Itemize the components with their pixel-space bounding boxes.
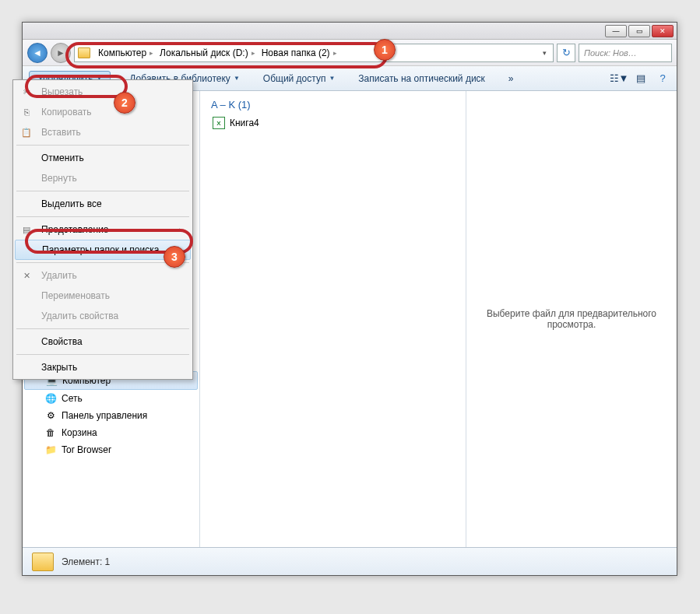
chevron-right-icon: ▸ bbox=[149, 49, 153, 57]
menu-label: Закрыть bbox=[41, 362, 77, 373]
menu-cut: ✂Вырезать bbox=[13, 82, 192, 102]
menu-select-all[interactable]: Выделить все bbox=[13, 194, 192, 214]
preview-pane: Выберите файл для предварительного просм… bbox=[466, 91, 677, 547]
chevron-down-icon: ▼ bbox=[329, 75, 335, 82]
minimize-button[interactable]: — bbox=[605, 25, 627, 37]
crumb-disk-d[interactable]: Локальный диск (D:)▸ bbox=[157, 47, 259, 58]
sidebar-item-label: Tor Browser bbox=[62, 444, 111, 455]
menu-undo[interactable]: Отменить bbox=[13, 148, 192, 168]
share-button[interactable]: Общий доступ ▼ bbox=[259, 71, 340, 86]
menu-label: Вырезать bbox=[41, 86, 83, 97]
toolbar-overflow-button[interactable]: » bbox=[504, 71, 519, 86]
blank-icon bbox=[20, 244, 34, 256]
menu-separator bbox=[16, 191, 189, 191]
badge-2: 2 bbox=[114, 92, 135, 114]
burn-disc-button[interactable]: Записать на оптический диск bbox=[354, 71, 490, 86]
folder-icon bbox=[32, 553, 54, 571]
menu-redo: Вернуть bbox=[13, 168, 192, 188]
menu-close[interactable]: Закрыть bbox=[13, 357, 192, 377]
excel-icon: X bbox=[213, 117, 225, 129]
menu-separator bbox=[16, 216, 189, 217]
sidebar-item-label: Сеть bbox=[62, 393, 83, 404]
menu-label: Копировать bbox=[41, 107, 92, 118]
badge-3: 3 bbox=[164, 246, 185, 268]
folder-icon: 📁 bbox=[44, 444, 57, 456]
blank-icon bbox=[19, 310, 33, 322]
crumb-label: Локальный диск (D:) bbox=[160, 47, 248, 58]
chevron-right-icon: ▸ bbox=[179, 226, 183, 233]
menu-label: Свойства bbox=[41, 336, 83, 347]
menu-label: Отменить bbox=[41, 153, 84, 163]
sidebar-item-control-panel[interactable]: ⚙Панель управления bbox=[23, 407, 199, 424]
menu-separator bbox=[16, 262, 189, 263]
file-list-pane[interactable]: A – K (1) X Книга4 bbox=[200, 91, 466, 547]
status-text: Элемент: 1 bbox=[62, 556, 110, 567]
blank-icon bbox=[19, 361, 33, 374]
layout-icon: ▤ bbox=[19, 223, 33, 236]
nav-row: ◄ ► Компьютер▸ Локальный диск (D:)▸ Нова… bbox=[23, 40, 677, 66]
chevron-right-icon: ▸ bbox=[333, 49, 337, 57]
menu-delete: ✕Удалить bbox=[13, 265, 192, 286]
menu-paste: 📋Вставить bbox=[13, 122, 192, 142]
back-button[interactable]: ◄ bbox=[27, 43, 47, 63]
menu-copy: ⎘Копировать bbox=[13, 102, 192, 122]
menu-label: Переименовать bbox=[41, 290, 110, 301]
blank-icon bbox=[19, 172, 33, 184]
address-bar[interactable]: Компьютер▸ Локальный диск (D:)▸ Новая па… bbox=[74, 44, 554, 62]
menu-label: Параметры папок и поиска bbox=[42, 244, 159, 255]
preview-pane-button[interactable]: ▤ bbox=[633, 72, 649, 86]
menu-label: Удалить свойства bbox=[41, 311, 118, 321]
menu-separator bbox=[16, 328, 189, 329]
crumb-new-folder[interactable]: Новая папка (2)▸ bbox=[259, 47, 340, 58]
forward-button[interactable]: ► bbox=[51, 43, 71, 63]
preview-message: Выберите файл для предварительного просм… bbox=[476, 308, 667, 330]
crumb-label: Компьютер bbox=[98, 47, 146, 58]
menu-layout[interactable]: ▤Представление▸ bbox=[13, 219, 192, 240]
close-button[interactable]: ✕ bbox=[652, 25, 674, 37]
menu-label: Вставить bbox=[41, 127, 81, 138]
crumb-computer[interactable]: Компьютер▸ bbox=[95, 47, 157, 58]
group-header[interactable]: A – K (1) bbox=[211, 99, 455, 111]
blank-icon bbox=[19, 152, 33, 164]
badge-1: 1 bbox=[374, 39, 396, 61]
sidebar-item-network[interactable]: 🌐Сеть bbox=[23, 390, 199, 407]
chevron-right-icon: ▸ bbox=[252, 49, 255, 57]
recycle-bin-icon: 🗑 bbox=[44, 426, 57, 439]
menu-label: Вернуть bbox=[41, 173, 77, 184]
sidebar-item-label: Корзина bbox=[62, 427, 97, 438]
file-name: Книга4 bbox=[230, 118, 259, 128]
refresh-button[interactable]: ↻ bbox=[557, 44, 575, 62]
help-button[interactable]: ? bbox=[655, 72, 670, 86]
sidebar-item-recycle-bin[interactable]: 🗑Корзина bbox=[23, 424, 199, 441]
chevron-down-icon: ▼ bbox=[619, 72, 629, 84]
folder-icon bbox=[78, 47, 90, 58]
delete-icon: ✕ bbox=[19, 269, 33, 282]
organize-menu: ✂Вырезать ⎘Копировать 📋Вставить Отменить… bbox=[12, 79, 193, 380]
chevron-down-icon: ▼ bbox=[234, 75, 240, 82]
status-bar: Элемент: 1 bbox=[23, 547, 677, 575]
menu-label: Представление bbox=[41, 224, 109, 235]
menu-label: Выделить все bbox=[41, 198, 102, 209]
blank-icon bbox=[19, 198, 33, 210]
address-dropdown-icon[interactable]: ▾ bbox=[540, 49, 550, 57]
crumb-label: Новая папка (2) bbox=[262, 47, 330, 58]
blank-icon bbox=[19, 289, 33, 302]
menu-remove-properties: Удалить свойства bbox=[13, 306, 192, 326]
sidebar-item-label: Панель управления bbox=[62, 410, 147, 421]
menu-separator bbox=[16, 354, 189, 355]
cut-icon: ✂ bbox=[19, 86, 33, 98]
sidebar-item-tor-browser[interactable]: 📁Tor Browser bbox=[23, 441, 199, 458]
toolbar-right: ☷▼ ▤ ? bbox=[611, 72, 670, 86]
paste-icon: 📋 bbox=[19, 126, 33, 139]
titlebar: — ▭ ✕ bbox=[23, 23, 677, 40]
network-icon: 🌐 bbox=[44, 392, 57, 405]
search-input[interactable]: Поиск: Нов… bbox=[579, 44, 672, 62]
control-panel-icon: ⚙ bbox=[44, 409, 57, 422]
menu-label: Удалить bbox=[41, 270, 77, 281]
view-options-button[interactable]: ☷▼ bbox=[611, 72, 627, 86]
blank-icon bbox=[19, 335, 33, 348]
maximize-button[interactable]: ▭ bbox=[628, 25, 650, 37]
menu-properties[interactable]: Свойства bbox=[13, 332, 192, 352]
file-item-book4[interactable]: X Книга4 bbox=[211, 115, 455, 131]
copy-icon: ⎘ bbox=[19, 106, 33, 118]
